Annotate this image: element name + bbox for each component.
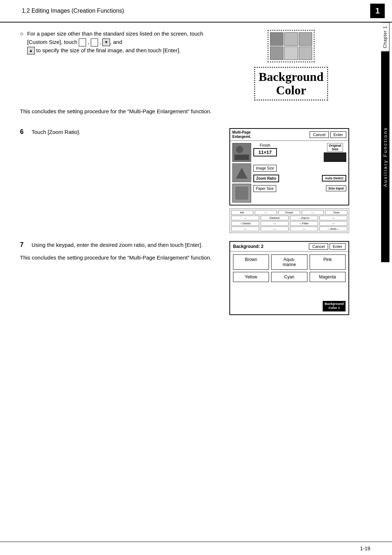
bg-sel-header: Background: 2 Cancel Enter	[230, 242, 348, 252]
right-panel-step6: Multi-PageEnlargemt. Cancel Enter	[229, 128, 353, 237]
step6-item: 6 Touch [Zoom Ratio].	[20, 128, 222, 136]
main-content: ○ For a paper size other than the standa…	[0, 23, 392, 328]
bg-enter-btn[interactable]: Enter	[330, 243, 346, 250]
chapter-tab: Chapter 1	[381, 23, 389, 52]
svg-point-1	[236, 146, 243, 153]
thumb2	[232, 163, 251, 182]
multi-panel-content: Finish 11×17 OriginalSize Image Size	[230, 141, 348, 205]
image-size-btn[interactable]: Image Size	[253, 165, 277, 172]
svg-rect-2	[234, 155, 249, 160]
para1-text: This concludes the setting procedure for…	[20, 107, 222, 116]
multi-controls: Finish 11×17 OriginalSize Image Size	[253, 143, 346, 203]
enter-button[interactable]: Enter	[330, 131, 346, 138]
multi-panel-title: Multi-PageEnlargemt.	[232, 130, 251, 139]
bullet-icon: ○	[20, 30, 24, 37]
bullet-content: ○ For a paper size other than the standa…	[20, 30, 222, 62]
small-row-4: --- --- --- ---Auto---	[231, 227, 347, 231]
multi-thumbs	[232, 143, 251, 203]
step7-content: 7 Using the keypad, enter the desired zo…	[20, 241, 222, 268]
bg-color-row-1: Brown Aqua-marine Pink	[233, 254, 346, 270]
bg-color-display: BackgroundColor	[254, 67, 328, 101]
inline-icon-up: ▲	[27, 47, 35, 54]
bg-color-row-2: Yellow Cyan Magenta	[233, 272, 346, 282]
small-secondary-panel: AA: --- Finish --- Time --- Darkest ---D…	[229, 208, 349, 233]
sidebar: Chapter 1 Auxiliary Functions	[378, 23, 392, 262]
auto-detect-btn[interactable]: Auto Detect	[322, 175, 346, 181]
right-panel-step7: Background: 2 Cancel Enter Brown Aqua-ma…	[229, 241, 353, 315]
paper-size-btn[interactable]: Paper Size	[253, 185, 276, 192]
section-step6: 6 Touch [Zoom Ratio]. Multi-PageEnlargem…	[20, 128, 367, 237]
step6-content: 6 Touch [Zoom Ratio].	[20, 128, 222, 141]
inline-btn-1	[79, 38, 86, 46]
zoom-ratio-btn[interactable]: Zoom Ratio	[253, 175, 279, 182]
panel-buttons: Cancel Enter	[310, 131, 346, 138]
para2-text: This concludes the setting procedure for…	[20, 253, 222, 262]
color-yellow[interactable]: Yellow	[233, 272, 269, 282]
bg-sel-content: Brown Aqua-marine Pink Yellow Cyan Magen…	[230, 252, 348, 314]
small-row-3: ---Darkb --- ---Filter ---	[231, 221, 347, 226]
corner-label-container: BackgroundColor 1	[233, 301, 346, 311]
section-step7: 7 Using the keypad, enter the desired zo…	[20, 241, 367, 315]
section-para1: This concludes the setting procedure for…	[20, 107, 367, 122]
page-number: 1-19	[360, 546, 370, 551]
step6-num: 6	[20, 128, 29, 136]
header-title: 1.2 Editing Images (Creation Functions)	[22, 8, 124, 14]
page-header: 1.2 Editing Images (Creation Functions) …	[0, 0, 392, 23]
section-bullet: ○ For a paper size other than the standa…	[20, 30, 367, 101]
color-aquamarine[interactable]: Aqua-marine	[271, 254, 307, 270]
bullet-text: For a paper size other than the standard…	[27, 30, 222, 54]
step6-text: Touch [Zoom Ratio].	[32, 128, 80, 136]
para1-content: This concludes the setting procedure for…	[20, 107, 222, 122]
cancel-button[interactable]: Cancel	[310, 131, 328, 138]
color-magenta[interactable]: Magenta	[310, 272, 346, 282]
small-row-2: --- Darkest ---Darco ---	[231, 216, 347, 220]
page-footer: 1-19	[0, 542, 392, 555]
thumbnail-grid	[268, 30, 315, 62]
finish-value[interactable]: 11×17	[253, 148, 277, 156]
finish-label: Finish	[253, 143, 277, 147]
bg-sel-buttons: Cancel Enter	[309, 243, 346, 250]
bg-cancel-btn[interactable]: Cancel	[309, 243, 328, 250]
svg-rect-6	[235, 187, 248, 200]
right-panel-top: BackgroundColor	[229, 30, 353, 101]
small-row-1: AA: --- Finish --- Time	[231, 210, 347, 215]
orig-size-label: OriginalSize	[327, 143, 343, 152]
step7-text: Using the keypad, enter the desired zoom…	[32, 241, 203, 249]
size-input-btn[interactable]: Size Input	[326, 185, 347, 191]
multi-panel-header: Multi-PageEnlargemt. Cancel Enter	[230, 129, 348, 141]
aux-functions-tab: Auxiliary Functions	[381, 52, 389, 262]
bg-corner-label: BackgroundColor 1	[323, 301, 346, 311]
multi-page-panel: Multi-PageEnlargemt. Cancel Enter	[229, 128, 349, 205]
orig-size-box	[324, 152, 346, 162]
thumb3	[232, 184, 251, 203]
inline-btn-2	[91, 38, 98, 46]
color-cyan[interactable]: Cyan	[271, 272, 307, 282]
bg-sel-title: Background: 2	[233, 244, 264, 249]
thumb1	[232, 143, 251, 162]
bg-color-text: BackgroundColor	[259, 70, 324, 97]
color-pink[interactable]: Pink	[310, 254, 346, 270]
inline-icon-down: ▼	[102, 38, 110, 46]
chapter-number: 1	[370, 4, 385, 18]
step7-item: 7 Using the keypad, enter the desired zo…	[20, 241, 222, 249]
bg-sel-panel: Background: 2 Cancel Enter Brown Aqua-ma…	[229, 241, 349, 315]
color-brown[interactable]: Brown	[233, 254, 269, 270]
bullet-item: ○ For a paper size other than the standa…	[20, 30, 222, 54]
step7-num: 7	[20, 241, 29, 249]
empty-space	[233, 284, 346, 299]
